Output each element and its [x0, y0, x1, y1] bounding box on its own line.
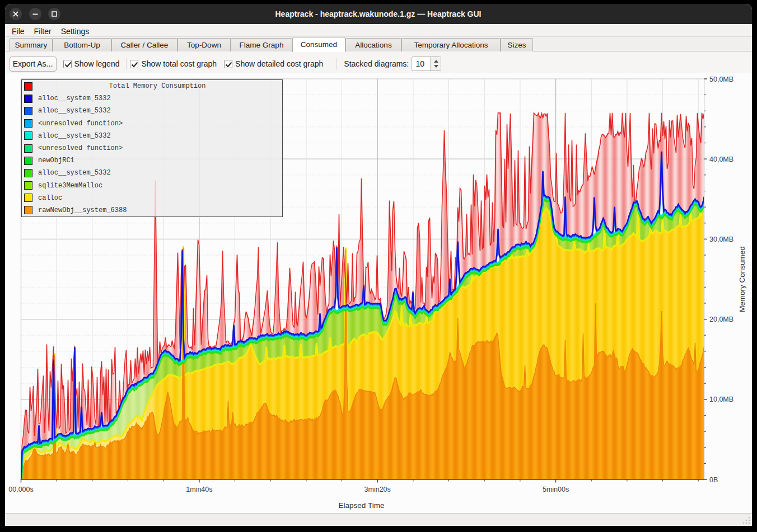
- svg-text:5min00s: 5min00s: [542, 486, 568, 493]
- svg-text:50,0MB: 50,0MB: [709, 76, 733, 83]
- svg-text:0B: 0B: [709, 476, 718, 484]
- svg-text:Elapsed Time: Elapsed Time: [338, 501, 384, 510]
- svg-text:40,0MB: 40,0MB: [709, 156, 733, 163]
- svg-text:1min40s: 1min40s: [186, 486, 212, 493]
- svg-text:30,0MB: 30,0MB: [709, 236, 733, 243]
- svg-text:00.000s: 00.000s: [8, 486, 33, 493]
- svg-text:10,0MB: 10,0MB: [709, 396, 733, 403]
- svg-text:Memory Consumed: Memory Consumed: [737, 246, 746, 312]
- svg-text:3min20s: 3min20s: [364, 486, 390, 493]
- svg-text:20,0MB: 20,0MB: [709, 316, 733, 323]
